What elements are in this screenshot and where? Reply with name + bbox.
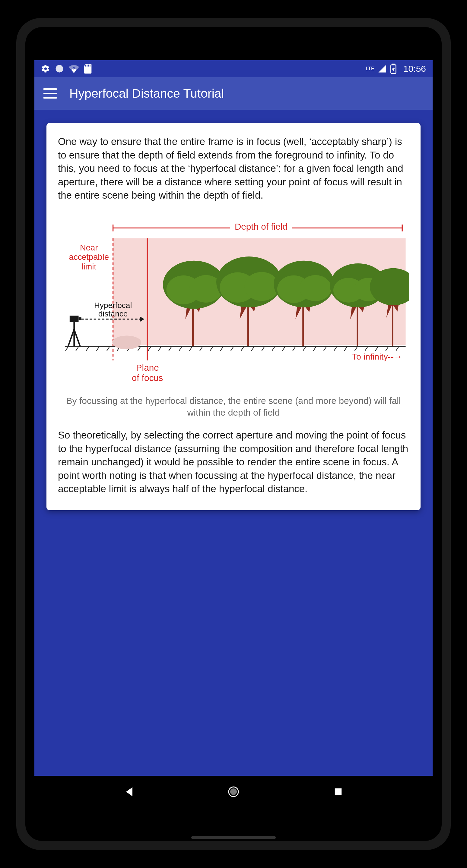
svg-line-44 <box>221 347 223 351</box>
svg-rect-63 <box>79 317 81 320</box>
svg-line-51 <box>293 347 295 351</box>
camera-icon <box>68 315 81 346</box>
svg-line-50 <box>282 347 285 351</box>
svg-line-33 <box>107 347 110 351</box>
svg-line-39 <box>169 347 171 351</box>
svg-line-53 <box>314 347 316 351</box>
svg-line-65 <box>68 330 74 346</box>
recents-button[interactable] <box>332 786 344 798</box>
svg-point-23 <box>299 275 331 301</box>
svg-rect-7 <box>392 64 395 65</box>
cell-signal-icon <box>377 64 387 73</box>
sd-card-icon <box>84 64 92 73</box>
svg-line-58 <box>365 347 368 351</box>
status-bar: ? LTE 10:56 <box>34 60 433 77</box>
svg-line-31 <box>86 347 89 351</box>
app-bar: Hyperfocal Distance Tutorial <box>34 77 433 110</box>
svg-line-40 <box>179 347 182 351</box>
plane-l2: of focus <box>132 373 163 383</box>
svg-point-70 <box>230 788 237 795</box>
svg-line-61 <box>396 347 399 351</box>
network-type-label: LTE <box>366 66 374 71</box>
svg-line-49 <box>272 347 275 351</box>
hyperfocal-l2: distance <box>98 309 128 318</box>
status-clock: 10:56 <box>403 64 426 74</box>
svg-line-47 <box>251 347 254 351</box>
settings-icon <box>41 64 50 73</box>
circle-icon <box>55 64 64 73</box>
svg-line-66 <box>74 330 80 346</box>
phone-inner: ? LTE 10:56 Hyperfocal Distance Tutorial <box>25 27 442 841</box>
near-limit-l2: accetpable <box>69 252 109 261</box>
svg-line-60 <box>385 347 388 351</box>
svg-rect-62 <box>70 315 79 322</box>
svg-line-37 <box>148 347 151 351</box>
svg-point-68 <box>112 336 141 349</box>
home-button[interactable] <box>228 786 239 798</box>
content-area[interactable]: One way to ensure that the entire frame … <box>34 110 433 776</box>
near-limit-l1: Near <box>80 243 98 252</box>
svg-line-43 <box>210 347 213 351</box>
phone-frame: ? LTE 10:56 Hyperfocal Distance Tutorial <box>16 18 451 850</box>
svg-line-29 <box>65 347 68 351</box>
svg-line-32 <box>96 347 99 351</box>
svg-line-30 <box>76 347 79 351</box>
svg-rect-3 <box>87 64 87 66</box>
svg-line-45 <box>231 347 233 351</box>
svg-point-0 <box>56 65 63 73</box>
svg-line-36 <box>138 347 141 351</box>
hyperfocal-l1: Hyperfocal <box>94 301 132 310</box>
hyperfocal-diagram: Depth of field Near accetpable limit Pla… <box>58 213 409 391</box>
svg-rect-4 <box>88 64 89 66</box>
svg-rect-5 <box>90 64 90 66</box>
svg-rect-2 <box>85 64 86 66</box>
svg-line-48 <box>262 347 265 351</box>
svg-line-41 <box>189 347 192 351</box>
paragraph-2: So theoretically, by selecting the corre… <box>58 429 409 496</box>
svg-line-55 <box>334 347 337 351</box>
tutorial-card: One way to ensure that the entire frame … <box>47 123 420 510</box>
svg-line-52 <box>303 347 306 351</box>
menu-icon[interactable] <box>43 88 57 98</box>
near-limit-l3: limit <box>82 262 96 271</box>
status-left: ? <box>41 64 92 73</box>
svg-line-42 <box>200 347 202 351</box>
svg-line-38 <box>158 347 161 351</box>
screen: ? LTE 10:56 Hyperfocal Distance Tutorial <box>34 60 433 808</box>
svg-line-54 <box>324 347 326 351</box>
phone-speaker-bottom <box>191 836 276 839</box>
svg-line-59 <box>375 347 378 351</box>
svg-text:?: ? <box>73 66 75 71</box>
paragraph-1: One way to ensure that the entire frame … <box>58 135 409 202</box>
svg-point-20 <box>245 272 279 301</box>
battery-charging-icon <box>390 64 397 74</box>
svg-line-46 <box>241 347 244 351</box>
diagram-caption: By focussing at the hyperfocal distance,… <box>58 395 409 418</box>
status-right: LTE 10:56 <box>366 64 426 74</box>
plane-l1: Plane <box>136 363 159 373</box>
dof-label: Depth of field <box>235 221 288 231</box>
page-title: Hyperfocal Distance Tutorial <box>69 87 224 101</box>
to-infinity-label: To infinity--→ <box>352 352 402 361</box>
wifi-icon: ? <box>69 64 79 73</box>
back-button[interactable] <box>123 786 135 798</box>
svg-rect-71 <box>334 788 342 795</box>
android-nav-bar <box>34 776 433 808</box>
svg-line-57 <box>355 347 357 351</box>
svg-line-56 <box>344 347 347 351</box>
